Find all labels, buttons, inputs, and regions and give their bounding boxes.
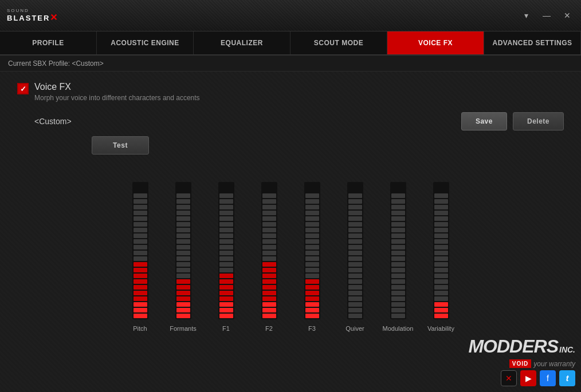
preset-row: <Custom> Save Delete <box>34 112 564 130</box>
save-button[interactable]: Save <box>461 112 507 130</box>
voicefx-title-group: Voice FX Morph your voice into different… <box>34 82 200 102</box>
mid-section: <Custom> Save Delete Test <box>34 112 564 155</box>
slider-track-variability[interactable] <box>433 182 449 319</box>
slider-group-modulation[interactable]: Modulation <box>376 182 419 332</box>
x-logo: ✕ <box>50 13 58 22</box>
dropdown-button[interactable]: ▾ <box>518 7 534 23</box>
slider-label-quiver: Quiver <box>346 325 364 332</box>
nav-advanced[interactable]: ADVANCED SETTINGS <box>484 31 581 54</box>
slider-group-formants[interactable]: Formants <box>162 182 205 332</box>
main-content: Voice FX Morph your voice into different… <box>0 72 581 392</box>
nav-acoustic[interactable]: ACOUSTIC ENGINE <box>97 31 194 54</box>
slider-group-quiver[interactable]: Quiver <box>333 182 376 332</box>
slider-group-pitch[interactable]: Pitch <box>119 182 162 332</box>
voicefx-subtitle: Morph your voice into different characte… <box>34 94 200 102</box>
slider-group-f3[interactable]: F3 <box>290 182 333 332</box>
facebook-icon[interactable]: f <box>540 370 556 386</box>
youtube-icon[interactable]: ▶ <box>520 370 536 386</box>
slider-label-f2: F2 <box>265 325 273 332</box>
slider-track-modulation[interactable] <box>390 182 406 319</box>
test-button[interactable]: Test <box>92 136 149 155</box>
blaster-label: BLASTER✕ <box>7 13 58 22</box>
slider-label-formants: Formants <box>170 325 196 332</box>
slider-track-f3[interactable] <box>304 182 320 319</box>
delete-button[interactable]: Delete <box>513 112 564 130</box>
nav-scout[interactable]: SCOUT MODE <box>290 31 387 54</box>
close-button[interactable]: ✕ <box>559 7 575 23</box>
brand-name: MODDERS <box>468 336 558 357</box>
slider-label-f1: F1 <box>222 325 230 332</box>
slider-label-variability: Variability <box>427 325 454 332</box>
profile-bar: Current SBX Profile: <Custom> <box>0 56 581 72</box>
slider-track-pitch[interactable] <box>132 182 148 319</box>
void-badge: VOID <box>509 359 531 368</box>
title-controls: ▾ — ✕ <box>518 7 575 23</box>
slider-track-quiver[interactable] <box>347 182 363 319</box>
slider-group-f1[interactable]: F1 <box>205 182 248 332</box>
slider-label-pitch: Pitch <box>133 325 147 332</box>
slider-label-modulation: Modulation <box>383 325 414 332</box>
slider-group-variability[interactable]: Variability <box>419 182 462 332</box>
slider-group-f2[interactable]: F2 <box>248 182 290 332</box>
twitter-icon[interactable]: t <box>559 370 575 386</box>
voicefx-title: Voice FX <box>34 82 200 92</box>
slider-label-f3: F3 <box>308 325 316 332</box>
test-row: Test <box>34 136 564 155</box>
title-bar: SOUND BLASTER✕ ▾ — ✕ <box>0 0 581 31</box>
nav-profile[interactable]: PROFILE <box>0 31 97 54</box>
warranty-text: your warranty <box>533 360 575 368</box>
slider-track-f2[interactable] <box>261 182 277 319</box>
minimize-button[interactable]: — <box>539 7 555 23</box>
profile-text: Current SBX Profile: <Custom> <box>8 60 104 68</box>
sliders-area: PitchFormantsF1F2F3QuiverModulationVaria… <box>17 160 564 332</box>
preset-label: <Custom> <box>34 117 92 126</box>
nav-equalizer[interactable]: EQUALIZER <box>194 31 290 54</box>
brand-inc: INC. <box>559 345 575 354</box>
voicefx-checkbox[interactable] <box>17 83 29 94</box>
nav-voicefx[interactable]: VOICE FX <box>387 31 484 54</box>
nav-bar: PROFILE ACOUSTIC ENGINE EQUALIZER SCOUT … <box>0 31 581 56</box>
brand-area: MODDERS INC. VOID your warranty ✕ ▶ f t <box>468 336 575 386</box>
voicefx-header: Voice FX Morph your voice into different… <box>17 82 564 102</box>
slider-track-formants[interactable] <box>175 182 191 319</box>
slider-track-f1[interactable] <box>218 182 234 319</box>
logo-area: SOUND BLASTER✕ <box>7 9 58 22</box>
social-icons: ✕ ▶ f t <box>501 370 575 386</box>
x-icon[interactable]: ✕ <box>501 370 517 386</box>
